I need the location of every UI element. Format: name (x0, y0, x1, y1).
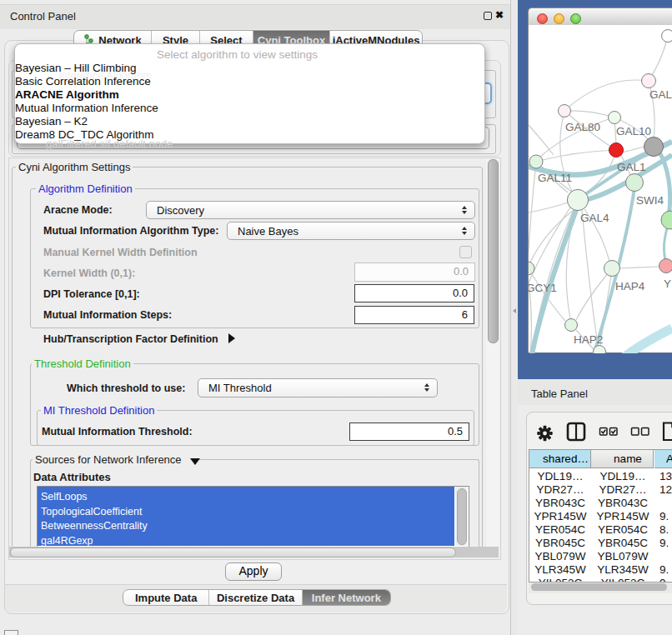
svg-text:GAL80: GAL80 (565, 121, 600, 133)
svg-text:HAP4: HAP4 (615, 280, 645, 292)
svg-text:GAL10: GAL10 (616, 125, 651, 138)
svg-text:GAL4: GAL4 (580, 212, 609, 224)
svg-text:GAL11: GAL11 (538, 172, 572, 184)
svg-text:HAP2: HAP2 (574, 333, 603, 346)
svg-text:SWI4: SWI4 (636, 194, 664, 207)
svg-text:GAL1: GAL1 (617, 161, 646, 173)
svg-text:GCY1: GCY1 (529, 282, 557, 294)
svg-text:Y: Y (664, 278, 671, 290)
svg-text:GAL: GAL (649, 88, 672, 101)
